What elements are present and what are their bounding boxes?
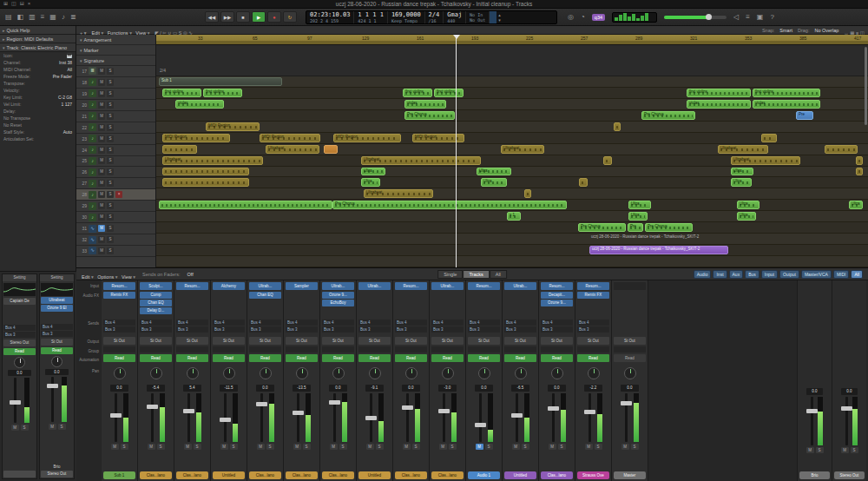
mute-button[interactable]: M xyxy=(403,444,411,450)
automation-mode-button[interactable]: Read xyxy=(431,354,464,362)
region[interactable]: MIDI Region xyxy=(333,134,401,142)
strip-name[interactable]: Stereo Out xyxy=(834,471,865,479)
mute-button[interactable]: M xyxy=(293,444,301,450)
region[interactable]: Ultra xyxy=(628,201,651,209)
pan-knob[interactable] xyxy=(369,367,381,379)
playhead[interactable] xyxy=(456,35,457,267)
input-slot[interactable]: Resom... xyxy=(577,282,609,290)
send-slot[interactable]: Bus 4 xyxy=(431,320,464,326)
region[interactable]: Ultrabeat xyxy=(718,145,768,154)
output-button[interactable]: St Out xyxy=(541,337,573,345)
region[interactable]: first violins xyxy=(434,89,464,97)
automation-mode-button[interactable]: Read xyxy=(213,354,245,362)
mute-button[interactable]: M xyxy=(98,113,105,120)
solo-button[interactable]: S xyxy=(485,444,493,450)
send-slot[interactable]: Bus 3 xyxy=(286,326,318,333)
inspector-param[interactable]: Vel Limit:1 127 xyxy=(0,101,76,108)
send-slot[interactable]: Bus 4 xyxy=(286,320,318,326)
mute-button[interactable]: M xyxy=(148,444,155,450)
mute-button[interactable]: M xyxy=(585,444,593,450)
region[interactable]: Sub 1 xyxy=(159,77,282,86)
lcd-midi-io[interactable]: No In No Out xyxy=(466,11,490,23)
library-icon[interactable]: ◧ xyxy=(17,13,24,21)
solo-button[interactable]: S xyxy=(412,444,420,450)
send-slot[interactable]: Bus 3 xyxy=(213,326,245,333)
filter-midi[interactable]: MIDI xyxy=(833,270,850,279)
mute-button[interactable]: M xyxy=(220,444,228,450)
group-slot[interactable] xyxy=(213,346,245,353)
track-row-20[interactable]: 20 ♪ M S xyxy=(76,100,155,111)
automation-mode-button[interactable]: Read xyxy=(504,354,536,362)
strip-name[interactable]: Clas...lano xyxy=(140,471,172,479)
setting-button[interactable]: Setting xyxy=(40,274,74,281)
output-button[interactable]: St Out xyxy=(504,337,536,345)
region[interactable]: Ultra xyxy=(731,178,752,187)
automation-mode-button[interactable]: Read xyxy=(322,354,354,362)
volume-value[interactable]: 0.0 xyxy=(475,385,493,392)
region[interactable]: Ultra xyxy=(481,178,507,187)
strip-name[interactable]: Untitled xyxy=(213,471,245,479)
patch-name[interactable]: Captain De xyxy=(3,298,36,305)
inspector-section-0[interactable]: ▸Quick Help xyxy=(0,26,76,35)
mixer-menu-view[interactable]: View ▾ xyxy=(122,274,135,280)
pan-knob[interactable] xyxy=(223,367,235,379)
lcd-position-beats[interactable]: 1 1 1 1 424 1 1 xyxy=(354,11,388,23)
record-button[interactable]: ● xyxy=(267,11,281,23)
inspector-param[interactable]: Freeze Mode:Pre Fader xyxy=(0,73,76,80)
region[interactable]: Ultra xyxy=(628,212,648,221)
pan-knob[interactable] xyxy=(114,367,126,379)
region[interactable]: first violins xyxy=(403,89,432,97)
send-slot[interactable]: Bus 4 xyxy=(41,324,73,330)
pan-knob[interactable] xyxy=(515,367,527,379)
send-slot[interactable]: Bus 3 xyxy=(358,326,391,333)
output-button[interactable]: St Out xyxy=(286,337,318,345)
mute-button[interactable]: M xyxy=(49,424,56,430)
strip-name[interactable] xyxy=(3,471,36,478)
tuner-icon[interactable]: ◎ xyxy=(568,13,574,21)
automation-mode-button[interactable]: Read xyxy=(103,354,135,362)
pan-knob[interactable] xyxy=(332,367,345,379)
setting-button[interactable]: Setting xyxy=(3,274,36,281)
region[interactable]: s 1 xyxy=(507,212,521,221)
solo-button[interactable]: S xyxy=(107,135,114,142)
inspector-param[interactable]: Transpose: xyxy=(0,80,76,87)
toolbox-icon[interactable]: ▣ xyxy=(757,13,764,21)
channel-fader[interactable] xyxy=(508,393,533,442)
track-row-26[interactable]: 26 ♪ M S xyxy=(76,167,155,178)
automation-mode-button[interactable]: Read xyxy=(395,354,427,362)
audio-fx-slot[interactable]: Decapit... xyxy=(541,292,573,299)
output-button[interactable]: St Out xyxy=(103,337,135,345)
solo-button[interactable]: S xyxy=(107,90,114,97)
solo-button[interactable]: S xyxy=(107,68,114,75)
channel-fader[interactable] xyxy=(253,393,278,442)
send-slot[interactable]: Bus 3 xyxy=(577,326,609,333)
region[interactable]: Ultrabeat xyxy=(266,145,319,154)
send-slot[interactable]: Bus 3 xyxy=(103,326,135,333)
mute-button[interactable]: M xyxy=(806,447,814,453)
channel-fader[interactable] xyxy=(838,397,861,445)
solo-button[interactable]: S xyxy=(107,113,114,120)
solo-button[interactable]: S xyxy=(449,444,457,450)
send-slot[interactable]: Bus 3 xyxy=(504,326,536,333)
output-button[interactable]: St Out xyxy=(140,337,172,345)
automation-mode-button[interactable]: Read xyxy=(249,354,281,362)
solo-button[interactable]: S xyxy=(157,444,165,450)
cycle-button[interactable]: ↻ xyxy=(283,11,297,23)
audio-fx-slot[interactable]: Ozone 9... xyxy=(541,300,573,306)
solo-button[interactable]: S xyxy=(107,191,114,198)
group-slot[interactable] xyxy=(614,346,646,353)
channel-fader[interactable] xyxy=(362,393,387,442)
pan-knob[interactable] xyxy=(187,367,199,379)
play-button[interactable]: ▶ xyxy=(252,11,266,23)
mute-button[interactable]: M xyxy=(98,102,105,109)
region[interactable]: Pre Chorus xyxy=(641,111,695,120)
inspector-section-1[interactable]: ▸Region: MIDI Defaults xyxy=(0,35,76,43)
send-slot[interactable]: Bus 4 xyxy=(577,320,609,326)
output-button[interactable]: St Out xyxy=(249,337,281,345)
region[interactable]: Ultra xyxy=(737,201,760,209)
output-button[interactable]: St Out xyxy=(577,337,609,345)
bar-ruler[interactable]: 336597129161193225257289321353385417 xyxy=(156,35,868,45)
automation-mode-button[interactable]: Read xyxy=(3,348,36,355)
track-row-32[interactable]: 32 ∿ M S xyxy=(76,234,155,246)
send-slot[interactable]: Bus 4 xyxy=(103,320,135,326)
